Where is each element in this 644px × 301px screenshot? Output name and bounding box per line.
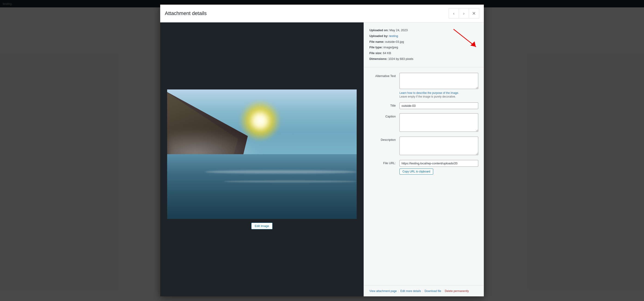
alt-text-row: Alternative Text Learn how to describe t… [370,73,478,98]
caption-input[interactable] [400,113,478,132]
modal-nav: ‹ › ✕ [449,8,479,18]
prev-button[interactable]: ‹ [449,8,459,18]
file-type-label: File type: [370,46,382,49]
separator-2: | [422,289,423,293]
file-size-label: File size: [370,51,382,55]
close-button[interactable]: ✕ [469,8,479,18]
ocean-layer [167,154,357,219]
title-row: Title [370,102,478,109]
file-size-value: 64 KB [383,51,391,55]
wave1-layer [205,170,357,174]
modal-title: Attachment details [165,10,207,16]
file-size-row: File size: 64 KB [370,51,478,56]
dimensions-value: 1024 by 683 pixels [388,57,413,60]
dimensions-row: Dimensions: 1024 by 683 pixels [370,57,478,62]
file-name-value: outside-03.jpg [385,40,404,44]
copy-url-button[interactable]: Copy URL to clipboard [400,168,433,174]
title-input[interactable] [400,102,478,109]
form-section: Alternative Text Learn how to describe t… [364,67,484,285]
file-url-input[interactable] [400,160,478,167]
file-url-row: File URL: Copy URL to clipboard [370,160,478,174]
edit-image-button[interactable]: Edit Image [251,223,272,229]
download-file-link[interactable]: Download file [425,290,441,293]
uploaded-on-value: May 24, 2023 [390,28,408,32]
modal-header: Attachment details ‹ › ✕ [160,4,484,22]
action-links: View attachment page | Edit more details… [364,285,484,296]
edit-image-wrapper: Edit Image [251,223,272,229]
attachment-image [167,90,357,219]
image-panel: Edit Image [160,22,364,296]
file-type-value: image/jpeg [384,46,398,49]
description-row: Description [370,137,478,156]
file-url-label: File URL: [370,160,400,165]
title-label: Title [370,102,400,107]
description-input[interactable] [400,137,478,155]
uploaded-on-label: Uploaded on: [370,28,388,32]
delete-permanently-link[interactable]: Delete permanently [445,290,469,293]
modal-container: Attachment details ‹ › ✕ [160,4,484,296]
description-field [400,137,478,156]
edit-more-details-link[interactable]: Edit more details [400,290,421,293]
caption-label: Caption [370,113,400,118]
svg-marker-1 [470,42,476,47]
alt-text-hint: Leave empty if the image is purely decor… [400,95,478,98]
modal-overlay: Attachment details ‹ › ✕ [0,0,644,301]
alt-text-label: Alternative Text [370,73,400,78]
dimensions-label: Dimensions: [370,57,388,60]
alt-text-help: Learn how to describe the purpose of the… [400,91,478,94]
uploaded-by-label: Uploaded by: [370,34,388,38]
file-url-field: Copy URL to clipboard [400,160,478,174]
file-name-label: File name: [370,40,384,44]
view-attachment-link[interactable]: View attachment page [370,290,397,293]
red-arrow-annotation [452,27,479,51]
description-label: Description [370,137,400,142]
alt-text-help-link[interactable]: Learn how to describe the purpose of the… [400,91,459,94]
file-info-section: Uploaded on: May 24, 2023 Uploaded by: t… [364,22,484,67]
details-panel: Uploaded on: May 24, 2023 Uploaded by: t… [364,22,484,296]
file-url-wrapper [400,160,478,167]
caption-field [400,113,478,132]
alt-text-input[interactable] [400,73,478,89]
uploaded-by-link[interactable]: testing [389,34,398,38]
separator-3: | [443,289,443,293]
alt-text-field: Learn how to describe the purpose of the… [400,73,478,98]
modal-body: Edit Image Uploaded on: May 24, 2023 Upl… [160,22,484,296]
separator-1: | [398,289,399,293]
caption-row: Caption [370,113,478,132]
next-button[interactable]: › [459,8,469,18]
title-field [400,102,478,109]
